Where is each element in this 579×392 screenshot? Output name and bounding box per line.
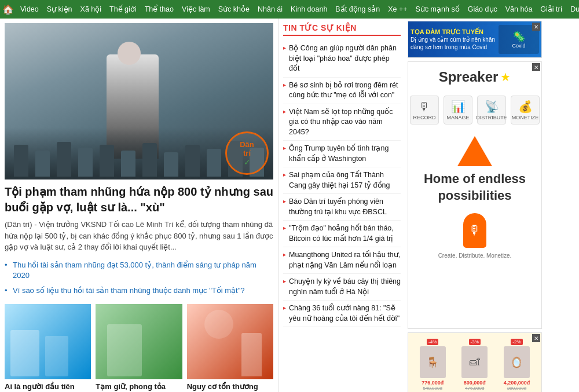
nav-item-xe[interactable]: Xe ++ xyxy=(384,0,411,19)
record-label: RECORD xyxy=(413,115,435,120)
article-bullets: Thu hồi tài sản tham nhũng đạt 53.000 tỷ… xyxy=(5,258,273,299)
news-item-7[interactable]: "Trộm đạo" hoảng hốt bán tháo, Bitcoin c… xyxy=(283,221,401,247)
distribute-label: DISTRIBUTE xyxy=(476,115,507,120)
ad-spreaker-content: Spreaker ★ 🎙 RECORD 📊 MANAGE 📡 D xyxy=(408,62,541,328)
spreaker-logo-text: Spreaker xyxy=(439,69,499,85)
news-item-9[interactable]: Chuyện ly kỳ về báu cây thị thiêng nghìn… xyxy=(283,274,401,301)
furniture-orig-price-2: 476,000đ xyxy=(465,386,484,391)
thumbnail-row: Ai là người đầu tiên được tiêm liêu... T… xyxy=(5,304,273,392)
ad-dantri-visual: 🦠 Covid xyxy=(512,30,525,49)
thumb-caption-1: Ai là người đầu tiên được tiêm liêu... xyxy=(5,382,91,392)
thumb-image-3 xyxy=(187,304,273,379)
left-column: Dân trí ✓ Tội phạm tham nhũng hứa nộp 80… xyxy=(0,19,278,392)
nav-item-giai-tri[interactable]: Giải trí xyxy=(536,0,566,19)
nav-item-video[interactable]: Video xyxy=(16,0,43,19)
news-column: TIN TỨC SỰ KIỆN Bộ Công an giúp người dâ… xyxy=(278,19,405,392)
dantri-watermark: Dân trí ✓ xyxy=(225,131,269,175)
news-item-4[interactable]: Ông Trump tuyên bố tình trạng khẩn cấp ở… xyxy=(283,141,401,167)
nav-item-suc-manh-so[interactable]: Sức mạnh số xyxy=(412,0,464,19)
thumb-item-1[interactable]: Ai là người đầu tiên được tiêm liêu... xyxy=(5,304,91,392)
thumb-caption-2: Tạm giữ, phong tỏa triệt để giúp... xyxy=(96,382,182,392)
main-content: Dân trí ✓ Tội phạm tham nhũng hứa nộp 80… xyxy=(0,19,579,392)
nav-item-suc-khoe[interactable]: Sức khỏe xyxy=(214,0,254,19)
furniture-item-1: -4% 🪑 776,000đ 548,000đ xyxy=(420,339,446,391)
spreaker-monetize-box: 💰 MONETIZE xyxy=(511,96,540,124)
furniture-item-2: -3% 🛋 800,000đ 476,000đ xyxy=(461,339,488,391)
furniture-badge-2: -3% xyxy=(469,339,481,345)
spreaker-headline: Home of endless possibilities xyxy=(413,171,537,204)
furniture-price-3: 4,200,000đ xyxy=(504,380,530,386)
thumb-image-1 xyxy=(5,304,91,379)
ad-spreaker[interactable]: ✕ Spreaker ★ 🎙 RECORD 📊 MANAGE xyxy=(408,61,542,329)
monetize-icon: 💰 xyxy=(518,100,533,113)
thumb-item-3[interactable]: Nguy cơ tổn thương não vì sai lầm... xyxy=(187,304,273,392)
news-list: Bộ Công an giúp người dân phân biệt loại… xyxy=(283,41,401,327)
nav-item-su-kien[interactable]: Sự kiện xyxy=(43,0,76,19)
spreaker-star-icon: ★ xyxy=(500,70,511,84)
ad-dantri-title: TỌA ĐÀM TRỰC TUYẾN xyxy=(411,28,499,36)
spreaker-icons-row: 🎙 RECORD 📊 MANAGE 📡 DISTRIBUTE 💰 MONETIZ… xyxy=(410,96,540,124)
ad-dantri-promo: TỌA ĐÀM TRỰC TUYẾN Dị ứng và cảm cúm trở… xyxy=(408,21,542,58)
spreaker-manage-box: 📊 MANAGE xyxy=(444,96,472,124)
nav-item-du-lich[interactable]: Du lịch xyxy=(566,0,579,19)
ads-column: TỌA ĐÀM TRỰC TUYẾN Dị ứng và cảm cúm trở… xyxy=(405,19,544,392)
news-item-1[interactable]: Bộ Công an giúp người dân phân biệt loại… xyxy=(283,41,401,78)
news-item-6[interactable]: Báo Dân trí tuyển phóng viên thường trú … xyxy=(283,194,401,221)
navigation: 🏠 Video Sự kiện Xã hội Thế giới Thể thao… xyxy=(0,0,579,19)
spreaker-record-box: 🎙 RECORD xyxy=(410,96,439,124)
furniture-orig-price-1: 548,000đ xyxy=(423,386,442,391)
manage-label: MANAGE xyxy=(446,115,469,120)
spreaker-distribute-box: 📡 DISTRIBUTE xyxy=(477,96,506,124)
article-title: Tội phạm tham nhũng hứa nộp 800 tỷ nhưng… xyxy=(5,184,273,215)
ad-close-button-1[interactable]: ✕ xyxy=(532,23,540,31)
monetize-label: MONETIZE xyxy=(512,115,539,120)
article-bullet-1[interactable]: Thu hồi tài sản tham nhũng đạt 53.000 tỷ… xyxy=(5,258,273,283)
article-summary: (Dân trí) - Viện trưởng VKSND Tối cao Lê… xyxy=(5,219,273,253)
nav-item-xa-hoi[interactable]: Xã hội xyxy=(76,0,106,19)
ad-close-button-3[interactable]: ✕ xyxy=(532,334,540,342)
record-icon: 🎙 xyxy=(419,100,430,113)
ad-furniture-content: -4% 🪑 776,000đ 548,000đ -3% 🛋 800,000đ 4… xyxy=(408,333,541,392)
nav-item-the-thao[interactable]: Thể thao xyxy=(141,0,178,19)
furniture-badge-3: -2% xyxy=(511,339,522,345)
spreaker-triangle xyxy=(457,136,492,166)
nav-item-the-gioi[interactable]: Thế giới xyxy=(105,0,141,19)
news-item-5[interactable]: Sai phạm của ông Tất Thành Cang gây thiệ… xyxy=(283,167,401,194)
furniture-price-2: 800,000đ xyxy=(464,380,486,386)
furniture-price-1: 776,000đ xyxy=(422,380,444,386)
nav-item-bat-dong-san[interactable]: Bất động sản xyxy=(331,0,384,19)
ad-furniture[interactable]: ✕ -4% 🪑 776,000đ 548,000đ -3% 🛋 800,000đ… xyxy=(408,332,542,392)
ad-dantri-banner: TỌA ĐÀM TRỰC TUYẾN Dị ứng và cảm cúm trở… xyxy=(408,21,541,57)
ad-close-button-2[interactable]: ✕ xyxy=(532,63,540,71)
furniture-image-3: 🪞 xyxy=(504,346,530,378)
nav-item-viec-lam[interactable]: Việc làm xyxy=(178,0,214,19)
nav-item-van-hoa[interactable]: Văn hóa xyxy=(501,0,537,19)
ad-dantri-text: TỌA ĐÀM TRỰC TUYẾN Dị ứng và cảm cúm trở… xyxy=(411,28,499,51)
news-item-8[interactable]: Muangthong United ra tối hậu thư, phạt n… xyxy=(283,247,401,274)
furniture-image-1: 🪑 xyxy=(420,346,446,378)
distribute-icon: 📡 xyxy=(485,100,499,113)
hero-image: Dân trí ✓ xyxy=(5,23,273,179)
nav-item-nhan-ai[interactable]: Nhân ái xyxy=(254,0,287,19)
thumb-caption-3: Nguy cơ tổn thương não vì sai lầm... xyxy=(187,382,273,392)
nav-item-giao-duc[interactable]: Giáo dục xyxy=(464,0,501,19)
thumb-item-2[interactable]: Tạm giữ, phong tỏa triệt để giúp... xyxy=(96,304,182,392)
svg-marker-0 xyxy=(457,136,492,166)
furniture-image-2: 🛋 xyxy=(461,346,488,378)
furniture-item-3: -2% 🪞 4,200,000đ 300,000đ xyxy=(504,339,530,391)
furniture-orig-price-3: 300,000đ xyxy=(507,386,526,391)
spreaker-mic-illustration: 🎙 xyxy=(463,213,486,248)
furniture-badge-1: -4% xyxy=(427,339,438,345)
ad-dantri-desc: Dị ứng và cảm cúm trở nên khăn dàng sơ h… xyxy=(411,36,499,51)
news-item-3[interactable]: Việt Nam sẽ lọt top những quốc gia có th… xyxy=(283,104,401,141)
nav-item-kinh-doanh[interactable]: Kinh doanh xyxy=(287,0,331,19)
news-item-10[interactable]: Chàng 36 tuổi cưới nàng 81: "Sẽ yêu nữ h… xyxy=(283,301,401,327)
thumb-image-2 xyxy=(96,304,182,379)
home-icon[interactable]: 🏠 xyxy=(2,4,14,15)
news-item-2[interactable]: Bé sơ sinh bị bỏ rơi trong đêm rét cùng … xyxy=(283,78,401,104)
manage-icon: 📊 xyxy=(451,100,466,113)
spreaker-tagline: Create. Distribute. Monetize. xyxy=(438,252,512,259)
hero-container: Dân trí ✓ xyxy=(5,23,273,179)
article-bullet-2[interactable]: Vì sao số liệu thu hồi tài sản tham nhũn… xyxy=(5,283,273,298)
news-section-title: TIN TỨC SỰ KIỆN xyxy=(283,23,401,36)
